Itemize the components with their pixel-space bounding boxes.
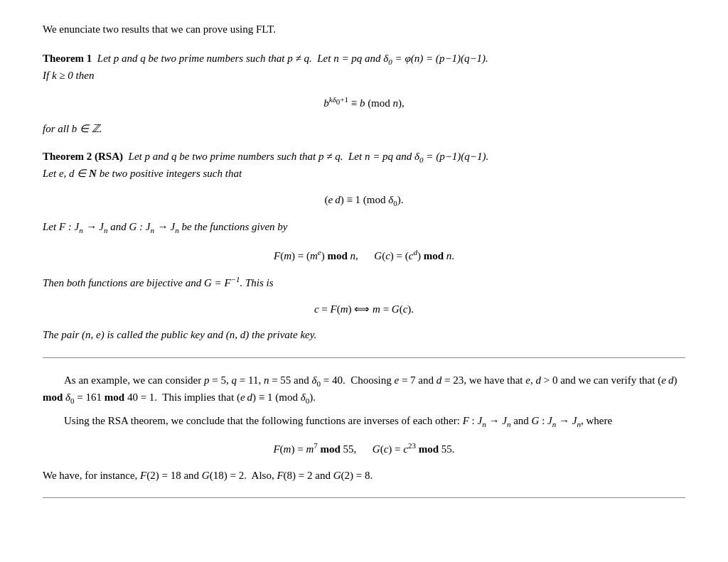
theorem1-forall: for all b ∈ ℤ. bbox=[43, 121, 685, 137]
theorem1-block: Theorem 1 Let p and q be two prime numbe… bbox=[43, 50, 685, 137]
theorem1-equation: bkδ0+1 ≡ b (mod n), bbox=[43, 94, 685, 112]
theorem1-label: Theorem 1 bbox=[43, 53, 92, 64]
theorem2-label: Theorem 2 (RSA) bbox=[43, 151, 123, 162]
example-section: As an example, we can consider p = 5, q … bbox=[43, 372, 685, 484]
theorem2-then: Then both functions are bijective and G … bbox=[43, 274, 685, 291]
theorem2-equivalence: c = F(m) ⟺ m = G(c). bbox=[43, 301, 685, 318]
theorem2-block: Theorem 2 (RSA) Let p and q be two prime… bbox=[43, 148, 685, 343]
example-instances: We have, for instance, F(2) = 18 and G(1… bbox=[43, 468, 685, 484]
theorem1-body: Let p and q be two prime numbers such th… bbox=[43, 53, 488, 82]
section-divider bbox=[43, 357, 685, 358]
theorem2-congruence: (e d) ≡ 1 (mod δ0). bbox=[43, 192, 685, 210]
theorem2-public-key: The pair (n, e) is called the public key… bbox=[43, 327, 685, 343]
example-para2: Using the RSA theorem, we conclude that … bbox=[43, 413, 685, 431]
theorem2-statement: Theorem 2 (RSA) Let p and q be two prime… bbox=[43, 148, 685, 182]
example-para1: As an example, we can consider p = 5, q … bbox=[43, 372, 685, 407]
intro-paragraph: We enunciate two results that we can pro… bbox=[43, 21, 685, 38]
bottom-divider bbox=[43, 497, 685, 498]
example-functions: F(m) = m7 mod 55, G(c) = c23 mod 55. bbox=[43, 440, 685, 458]
theorem1-statement: Theorem 1 Let p and q be two prime numbe… bbox=[43, 50, 685, 84]
theorem2-functions-def: F(m) = (me) mod n, G(c) = (cd) mod n. bbox=[43, 247, 685, 264]
theorem2-functions-intro: Let F : Jn → Jn and G : Jn → Jn be the f… bbox=[43, 219, 685, 237]
